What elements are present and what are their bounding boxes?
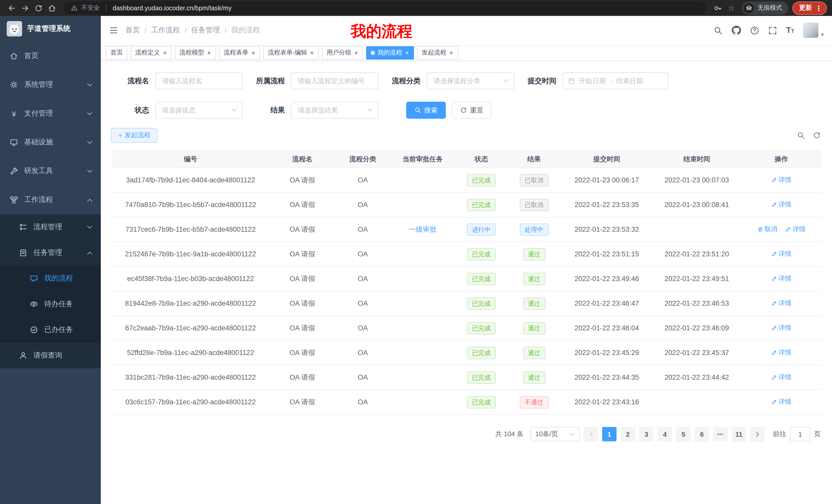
search-icon[interactable] [713,26,722,35]
next-page-button[interactable] [750,427,765,441]
chevron-down-icon [87,111,93,116]
tab-start-process[interactable]: 发起流程× [417,46,458,59]
detail-button[interactable]: 详情 [771,274,791,283]
font-size-icon[interactable]: TT [786,26,794,34]
category-select[interactable]: 请选择流程分类 [427,73,514,89]
menu-dots-icon[interactable]: ⋮ [815,4,822,12]
breadcrumb-task-mgmt[interactable]: 任务管理 [191,26,220,35]
goto-page-input[interactable] [790,427,810,441]
status-badge: 已完成 [467,199,496,211]
prev-page-button[interactable] [583,427,598,441]
detail-button[interactable]: 详情 [771,176,791,185]
tab-process-definition[interactable]: 流程定义× [131,46,172,59]
tab-process-model[interactable]: 流程模型× [175,46,216,59]
date-range-picker[interactable]: 开始日期 - 结束日期 [563,73,669,89]
browser-home-button[interactable] [45,1,59,15]
more-pages-button[interactable]: ••• [713,427,728,441]
page-button-6[interactable]: 6 [695,427,709,441]
github-icon[interactable] [731,26,741,35]
current-task-link[interactable]: 一级审批 [409,225,437,234]
sidebar-item-done-tasks[interactable]: 已办任务 [0,317,101,343]
page-button-1[interactable]: 1 [602,427,617,441]
sidebar-item-leave-query[interactable]: 请假查询 [0,343,101,368]
sidebar-item-dev-tools[interactable]: 研发工具 [0,157,101,186]
close-icon[interactable]: × [310,50,314,56]
tab-process-form-edit[interactable]: 流程表单-编辑× [263,46,319,59]
start-process-button[interactable]: + 发起流程 [111,128,158,143]
status-badge: 已完成 [467,297,496,310]
back-button[interactable] [5,1,19,15]
edit-icon [771,301,777,306]
edit-icon [771,276,777,282]
detail-button[interactable]: 详情 [771,250,791,258]
detail-button[interactable]: 详情 [771,373,791,382]
forward-button[interactable] [19,1,32,15]
detail-button[interactable]: 详情 [771,299,791,308]
sidebar-item-my-process[interactable]: 我的流程 [0,265,101,291]
result-badge: 通过 [523,322,545,334]
reset-button[interactable]: 重置 [452,102,492,119]
avatar[interactable] [803,23,819,38]
sidebar-item-infrastructure[interactable]: 基础设施 [0,128,101,157]
page-button-5[interactable]: 5 [676,427,691,441]
sidebar-item-workflow[interactable]: 工作流程 [0,186,101,214]
detail-button[interactable]: 详情 [771,324,791,332]
breadcrumb: 首页 / 工作流程 / 任务管理 / 我的流程 [126,26,260,35]
user-menu[interactable]: ▾ [803,23,824,38]
close-icon[interactable]: × [405,50,409,56]
close-icon[interactable]: × [162,50,167,56]
sidebar-item-payment-mgmt[interactable]: ¥ 支付管理 [0,99,101,128]
list-tree-icon [19,223,27,231]
detail-button[interactable]: 详情 [785,225,806,234]
sidebar-item-process-mgmt[interactable]: 流程管理 [0,214,101,240]
close-icon[interactable]: × [449,50,453,56]
eye-icon [30,300,38,308]
status-select[interactable]: 请选择状态 [155,102,243,119]
detail-button[interactable]: 详情 [771,200,791,209]
page-button-3[interactable]: 3 [639,427,654,441]
tab-my-process[interactable]: 我的流程× [366,46,414,59]
help-icon[interactable] [750,26,759,35]
update-label: 更新 [799,4,812,12]
cancel-button[interactable]: 取消 [757,225,777,234]
sidebar-item-home[interactable]: 首页 [0,41,101,71]
update-button[interactable]: 更新 ⋮ [792,1,827,15]
process-definition-input[interactable] [291,73,379,89]
show-search-icon[interactable] [797,132,805,139]
reload-button[interactable] [32,1,45,15]
result-select[interactable]: 请选择流结果 [291,102,379,119]
tab-user-group[interactable]: 用户分组× [322,46,363,59]
page-button-4[interactable]: 4 [658,427,672,441]
close-icon[interactable]: × [251,50,256,56]
page-button-11[interactable]: 11 [732,427,746,441]
process-name-input[interactable] [155,73,243,89]
page-button-2[interactable]: 2 [621,427,635,441]
table-row: 67c2eaab-7b9a-11ec-a290-acde48001122 OA … [112,316,822,340]
close-icon[interactable]: × [207,50,211,56]
close-icon[interactable]: × [354,50,358,56]
tabs-bar: 首页 流程定义× 流程模型× 流程表单× 流程表单-编辑× 用户分组× 我的流程… [101,45,832,61]
breadcrumb-workflow[interactable]: 工作流程 [151,26,180,35]
breadcrumb-home[interactable]: 首页 [126,26,140,35]
sidebar-item-todo-tasks[interactable]: 待办任务 [0,291,101,317]
tab-process-form[interactable]: 流程表单× [219,46,260,59]
tab-home[interactable]: 首页 [106,46,128,59]
refresh-icon [460,107,467,114]
detail-button[interactable]: 详情 [771,398,791,407]
browser-toolbar: 不安全 dashboard.yudao.iocoder.cn/bpm/task/… [0,0,832,16]
detail-button[interactable]: 详情 [771,348,791,357]
sidebar-item-task-mgmt[interactable]: 任务管理 [0,240,101,265]
bookmark-star-icon[interactable]: ☆ [725,1,738,15]
trash-icon [757,227,763,232]
status-badge: 已完成 [467,322,496,334]
hamburger-icon[interactable] [109,26,118,35]
page-size-select[interactable]: 10条/页 [531,427,579,441]
search-button[interactable]: 搜索 [406,102,446,119]
fullscreen-icon[interactable] [768,26,777,35]
sidebar-item-system-mgmt[interactable]: 系统管理 [0,71,101,99]
address-bar[interactable]: 不安全 dashboard.yudao.iocoder.cn/bpm/task/… [64,2,706,15]
status-badge: 已完成 [467,273,496,285]
refresh-table-icon[interactable] [813,132,821,139]
key-icon[interactable] [711,1,725,15]
sidebar: 芋道管理系统 首页 系统管理 ¥ 支付管理 基础设施 [0,16,101,504]
